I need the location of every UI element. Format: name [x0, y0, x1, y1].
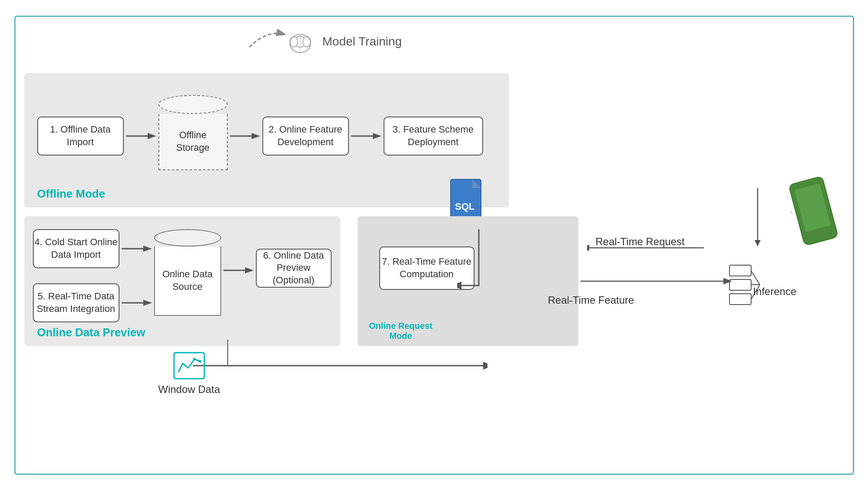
arrow-import-storage [124, 130, 158, 143]
model-training-area: Model Training [284, 26, 402, 58]
svg-rect-29 [729, 279, 751, 290]
offline-storage-cylinder: Offline Storage [158, 95, 228, 170]
online-panel: Online Data Preview 4. Cold Start Online… [24, 216, 340, 346]
online-preview-label: Online Data Preview [37, 326, 145, 339]
arrow-phone-request [749, 186, 775, 247]
svg-marker-7 [252, 133, 260, 139]
inference-label: Inference [753, 286, 796, 298]
arrow-datasource-preview [221, 264, 256, 277]
svg-marker-17 [143, 246, 152, 252]
svg-marker-9 [373, 133, 381, 139]
arrow-stream-datasource [119, 296, 154, 309]
main-container: Model Training Offline Mode 1. Offline D… [14, 16, 854, 475]
svg-rect-30 [729, 294, 751, 305]
svg-marker-5 [148, 133, 156, 139]
arrow-sql-compute [457, 225, 544, 312]
feature-scheme-box: 3. Feature Scheme Deployment [384, 117, 483, 156]
arrow-datasource-down [219, 337, 245, 372]
model-training-label: Model Training [323, 35, 402, 49]
arrow-cold-datasource [119, 242, 154, 255]
online-datasource-cylinder: Online Data Source [154, 229, 221, 316]
offline-import-box: 1. Offline Data Import [37, 117, 124, 156]
arrow-request-compute [587, 241, 708, 254]
request-mode-label: Online Request Mode [366, 321, 436, 341]
phone-icon [784, 172, 844, 252]
svg-text:SQL: SQL [455, 201, 474, 212]
arrow-compute-inference [578, 273, 743, 299]
svg-point-24 [193, 358, 196, 360]
brain-icon [284, 26, 316, 58]
chart-icon [172, 350, 207, 381]
arrow-storage-featuredev [228, 130, 262, 143]
window-data-label: Window Data [158, 383, 220, 396]
svg-point-25 [199, 360, 201, 363]
svg-marker-21 [245, 267, 254, 273]
offline-panel: Offline Mode 1. Offline Data Import Offl… [24, 73, 509, 208]
svg-point-2 [303, 36, 310, 47]
arrow-featuredev-scheme [349, 130, 384, 143]
online-feature-dev-box: 2. Online Feature Development [262, 117, 349, 156]
realtime-stream-box: 5. Real-Time Data Stream Integration [33, 283, 119, 322]
offline-mode-label: Offline Mode [37, 187, 105, 201]
svg-marker-37 [755, 240, 761, 247]
window-data-area: Window Data [158, 350, 220, 396]
online-preview-box: 6. Online Data Preview (Optional) [256, 249, 332, 288]
svg-rect-28 [729, 265, 751, 276]
svg-point-1 [290, 36, 297, 47]
svg-line-31 [751, 271, 760, 285]
cold-start-box: 4. Cold Start Online Data Import [33, 229, 119, 268]
svg-marker-19 [143, 300, 152, 306]
